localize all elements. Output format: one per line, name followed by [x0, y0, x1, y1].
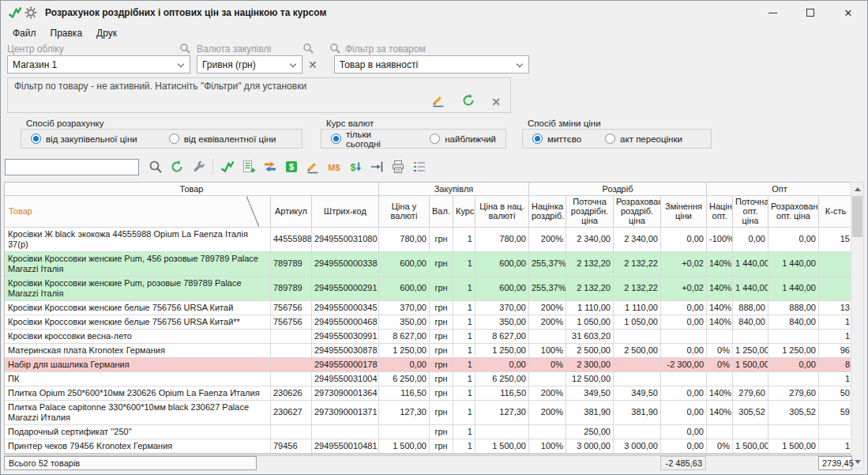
cell[interactable]: грн: [429, 357, 453, 371]
list-add-icon[interactable]: [239, 157, 258, 176]
cell[interactable]: 1: [819, 371, 853, 386]
calculate-chart-icon[interactable]: [218, 157, 237, 176]
cell[interactable]: 0,00: [768, 227, 819, 251]
cell[interactable]: 1 110,00: [614, 300, 661, 315]
cell[interactable]: 200%: [529, 400, 566, 424]
cell[interactable]: 44555988: [270, 227, 311, 251]
cell[interactable]: 15: [819, 227, 853, 251]
cell[interactable]: Подарочный сертификат ''250'': [5, 424, 270, 439]
cell[interactable]: -2 300,00: [661, 357, 707, 371]
cell[interactable]: 350,00: [378, 315, 429, 329]
cell[interactable]: ПК: [5, 371, 270, 386]
cell[interactable]: 127,30: [475, 400, 528, 424]
cell[interactable]: 200%: [529, 315, 566, 329]
cell[interactable]: [819, 251, 853, 276]
cell[interactable]: 1 440,00: [733, 276, 768, 300]
cell[interactable]: 305,52: [733, 400, 768, 424]
cell[interactable]: 140%: [707, 300, 733, 315]
table-row[interactable]: Кросівки кроссовки весна-лето29495500309…: [5, 329, 852, 343]
cell[interactable]: 2949550000291: [311, 276, 378, 300]
table-row[interactable]: Кросівки Кроссовки женские белые 756756 …: [5, 315, 852, 329]
view-params-list-icon[interactable]: [410, 157, 429, 176]
cell[interactable]: [707, 453, 733, 454]
cell[interactable]: 116,50: [475, 386, 528, 400]
cell[interactable]: 2949550031004: [311, 371, 378, 386]
cell[interactable]: 305,52: [768, 400, 819, 424]
cell[interactable]: 279,60: [733, 386, 768, 400]
cell[interactable]: 780,00: [475, 227, 528, 251]
radio-instant[interactable]: миттєво: [532, 134, 581, 144]
column-header-retail-markup[interactable]: Націнка роздріб.: [529, 195, 566, 227]
cell[interactable]: 250,00: [566, 424, 614, 439]
table-row[interactable]: Принтер чеков 79456 Kronotex Германия794…: [5, 439, 852, 453]
radio-from-purchase-price[interactable]: від закупівельної ціни: [31, 134, 137, 144]
cell[interactable]: Кросівки Кроссовки женские белые 756756 …: [5, 300, 270, 315]
cell[interactable]: [661, 453, 707, 454]
cell[interactable]: 13: [819, 300, 853, 315]
cell[interactable]: 0,00: [661, 386, 707, 400]
cell[interactable]: 1 500,00: [733, 357, 768, 371]
cell[interactable]: [378, 424, 429, 439]
cell[interactable]: Плитка Palace capitonne 330*600*10мм bla…: [5, 400, 270, 424]
cell[interactable]: [529, 453, 566, 454]
cell[interactable]: 0%: [707, 439, 733, 453]
cell[interactable]: 756756: [270, 315, 311, 329]
column-header-rate[interactable]: Курс: [453, 195, 475, 227]
cell[interactable]: 600,00: [378, 276, 429, 300]
table-row[interactable]: Плитка Palace capitonne 330*600*10мм bla…: [5, 400, 852, 424]
cell[interactable]: 349,50: [614, 386, 661, 400]
cell[interactable]: 140%: [707, 276, 733, 300]
cell[interactable]: 1: [453, 424, 475, 439]
cell[interactable]: Плитка Opium 250*600*10мм 230626 Opium L…: [5, 386, 270, 400]
cell[interactable]: 0,00: [475, 357, 528, 371]
cell[interactable]: 140%: [707, 386, 733, 400]
cell[interactable]: 2949550031080: [311, 227, 378, 251]
cell[interactable]: 1: [453, 343, 475, 357]
menu-file[interactable]: Файл: [6, 25, 43, 41]
print-icon[interactable]: [389, 157, 408, 176]
cell[interactable]: 6 250,00: [378, 371, 429, 386]
cell[interactable]: [768, 424, 819, 439]
cell[interactable]: 140%: [707, 315, 733, 329]
cell[interactable]: [707, 371, 733, 386]
cell[interactable]: грн: [429, 439, 453, 453]
cell[interactable]: 230626: [270, 386, 311, 400]
cell[interactable]: 1 050,00: [614, 315, 661, 329]
cell[interactable]: 600,00: [475, 276, 528, 300]
cell[interactable]: 370,00: [475, 300, 528, 315]
cell[interactable]: 3 000,00: [614, 439, 661, 453]
cell[interactable]: Кросівки Кроссовки женские Pum, розовые …: [5, 276, 270, 300]
cell[interactable]: 2949550029534: [311, 453, 378, 454]
cell[interactable]: 349,50: [566, 386, 614, 400]
cell[interactable]: [566, 453, 614, 454]
products-grid[interactable]: Товар Закупівля Роздріб Опт Товар Артику…: [4, 182, 852, 454]
cell[interactable]: 96: [819, 343, 853, 357]
cell[interactable]: 888,00: [733, 300, 768, 315]
cell[interactable]: 2 500,00: [566, 343, 614, 357]
cell[interactable]: 350,00: [475, 315, 528, 329]
cell[interactable]: 255,37%: [529, 251, 566, 276]
cell[interactable]: 1 500,00: [768, 439, 819, 453]
cell[interactable]: 600,00: [378, 251, 429, 276]
cell[interactable]: 600,00: [475, 251, 528, 276]
cell[interactable]: 0,00: [661, 315, 707, 329]
cell[interactable]: 1: [453, 453, 475, 454]
cell[interactable]: [819, 424, 853, 439]
cell[interactable]: 0,00: [378, 357, 429, 371]
table-row[interactable]: Кросівки Кроссовки женские Pum, розовые …: [5, 276, 852, 300]
cell[interactable]: грн: [429, 343, 453, 357]
cell[interactable]: 0,00: [661, 424, 707, 439]
cell[interactable]: 2949550030878: [311, 343, 378, 357]
cell[interactable]: [733, 371, 768, 386]
cell[interactable]: 2949550000468: [311, 315, 378, 329]
cell[interactable]: [529, 424, 566, 439]
table-row[interactable]: Принтер чеков Kronotex Германия294955002…: [5, 453, 852, 454]
menu-edit[interactable]: Правка: [43, 25, 90, 41]
cell[interactable]: 1: [819, 329, 853, 343]
dollar-icon[interactable]: $: [282, 157, 301, 176]
cell[interactable]: 1 250,00: [733, 343, 768, 357]
close-button[interactable]: ✕: [829, 2, 867, 25]
cell[interactable]: 6 250,00: [475, 371, 528, 386]
cell[interactable]: грн: [429, 386, 453, 400]
table-row[interactable]: ПК29495500310046 250,00грн16 250,0012 50…: [5, 371, 852, 386]
